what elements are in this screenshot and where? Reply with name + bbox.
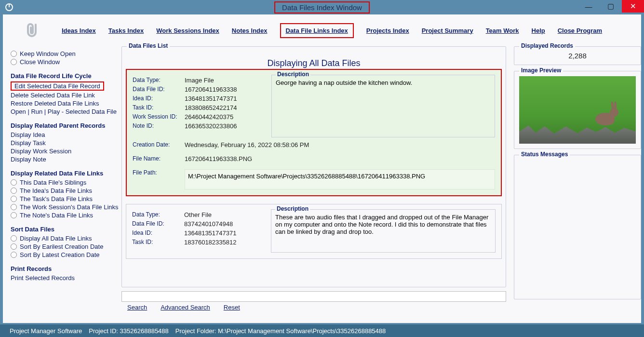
label-creation: Creation Date: — [133, 141, 185, 148]
svg-rect-1 — [9, 4, 10, 7]
nav-project-summary[interactable]: Project Summary — [422, 27, 473, 34]
label-note-id: Note ID: — [133, 122, 185, 130]
value-ws-id: 26460442420375 — [185, 113, 233, 121]
search-bar: Search Advanced Search Reset — [121, 291, 506, 311]
records-scroll[interactable]: Data Type:Image File Data File ID:167206… — [126, 69, 502, 283]
link-print-selected[interactable]: Print Selected Records — [11, 274, 121, 282]
status-messages-box: Status Messages — [514, 155, 641, 299]
value-creation: Wednesday, February 16, 2022 08:58:06 PM — [185, 141, 495, 148]
radio-label: The Idea's Data File Links — [20, 187, 92, 194]
link-delete-data-file[interactable]: Delete Selected Data File Link — [11, 92, 121, 99]
data-files-list-fieldset: Data Files List Displaying All Data File… — [121, 46, 506, 287]
radio-icon — [11, 59, 17, 65]
link-restore-data-file[interactable]: Restore Deleted Data File Links — [11, 100, 121, 107]
label-data-file-id: Data File ID: — [133, 86, 185, 93]
radio-icon — [11, 243, 17, 250]
value-file-name: 167206411963338.PNG — [185, 155, 495, 162]
radio-keep-window-open[interactable]: Keep Window Open — [11, 50, 121, 57]
radio-label: The Work Session's Data File Links — [20, 203, 119, 211]
radio-icon — [11, 235, 17, 242]
nav-data-file-links-index-highlight: Data File Links Index — [280, 23, 354, 38]
search-input[interactable] — [121, 291, 506, 302]
window-controls: — ▢ ✕ — [577, 0, 644, 13]
data-file-record[interactable]: Data Type:Image File Data File ID:167206… — [126, 69, 502, 196]
radio-label: Display All Data File Links — [20, 235, 92, 242]
radio-sort-latest[interactable]: Sort By Latest Creation Date — [11, 251, 121, 258]
center-area: Data Files List Displaying All Data File… — [121, 46, 510, 323]
sidebar-head-lifecycle: Data File Record Life Cycle — [11, 72, 121, 80]
link-display-idea[interactable]: Display Idea — [11, 131, 121, 138]
radio-ws-links[interactable]: The Work Session's Data File Links — [11, 203, 121, 211]
description-text: George having a nap outside the kitchen … — [276, 79, 491, 86]
description-box: Description These are two audio files th… — [271, 209, 496, 253]
nav-data-file-links-index[interactable]: Data File Links Index — [286, 27, 348, 34]
status-messages-legend: Status Messages — [519, 151, 570, 158]
statusbar-app-name: Project Manager Software — [10, 327, 82, 335]
statusbar-project-id: Project ID: 33526268885488 — [89, 327, 169, 335]
sidebar-head-parent: Display Related Parent Records — [11, 122, 121, 129]
link-display-work-session[interactable]: Display Work Session — [11, 148, 121, 155]
displayed-records-box: Displayed Records 2,288 — [514, 46, 641, 65]
radio-icon — [11, 204, 17, 210]
label-task-id: Task ID: — [132, 239, 184, 246]
value-data-file-id: 83742401074948 — [184, 220, 233, 228]
nav-work-sessions-index[interactable]: Work Sessions Index — [156, 27, 219, 34]
radio-label: Close Window — [20, 58, 60, 66]
file-path-box: M:\Project Management Software\Projects\… — [185, 169, 495, 189]
sidebar: Keep Window Open Close Window Data File … — [11, 46, 121, 323]
radio-icon — [11, 196, 17, 202]
radio-close-window[interactable]: Close Window — [11, 58, 121, 66]
radio-label: This Data File's Siblings — [20, 179, 86, 186]
link-edit-data-file[interactable]: Edit Selected Data File Record — [14, 82, 100, 90]
radio-note-links[interactable]: The Note's Data File Links — [11, 212, 121, 219]
nav-help[interactable]: Help — [532, 27, 545, 34]
link-open-run-play[interactable]: Open | Run | Play - Selected Data File — [11, 108, 121, 115]
label-task-id: Task ID: — [133, 104, 185, 111]
nav-team-work[interactable]: Team Work — [486, 27, 519, 34]
radio-icon — [11, 188, 17, 194]
paperclip-icon — [20, 19, 43, 42]
description-legend: Description — [275, 205, 310, 212]
nav-projects-index[interactable]: Projects Index — [366, 27, 409, 34]
value-data-file-id: 167206411963338 — [185, 86, 237, 93]
nav-ideas-index[interactable]: Ideas Index — [62, 27, 96, 34]
window-title: Data Files Index Window — [274, 1, 370, 13]
displayed-records-legend: Displayed Records — [519, 42, 575, 49]
statusbar: Project Manager Software Project ID: 335… — [0, 324, 644, 337]
label-ws-id: Work Session ID: — [133, 113, 185, 121]
label-idea-id: Idea ID: — [132, 229, 184, 237]
close-button[interactable]: ✕ — [622, 0, 644, 13]
advanced-search-link[interactable]: Advanced Search — [161, 304, 210, 311]
data-file-record[interactable]: Data Type:Other File Data File ID:837424… — [126, 204, 502, 259]
description-text: These are two audio files that I dragged… — [275, 214, 491, 235]
radio-icon — [11, 51, 17, 57]
radio-sort-earliest[interactable]: Sort By Earilest Creation Date — [11, 243, 121, 250]
nav-tasks-index[interactable]: Tasks Index — [108, 27, 144, 34]
sidebar-head-sort: Sort Data Files — [11, 226, 121, 233]
radio-siblings[interactable]: This Data File's Siblings — [11, 179, 121, 186]
radio-sort-all[interactable]: Display All Data File Links — [11, 235, 121, 242]
link-display-task[interactable]: Display Task — [11, 139, 121, 147]
maximize-button[interactable]: ▢ — [600, 0, 622, 13]
radio-idea-links[interactable]: The Idea's Data File Links — [11, 187, 121, 194]
displayed-records-count: 2,288 — [519, 52, 636, 60]
minimize-button[interactable]: — — [577, 0, 600, 13]
search-link[interactable]: Search — [127, 304, 147, 311]
radio-label: Keep Window Open — [20, 50, 76, 57]
radio-label: The Task's Data File Links — [20, 195, 93, 202]
radio-task-links[interactable]: The Task's Data File Links — [11, 195, 121, 202]
highlight-edit-selected: Edit Selected Data File Record — [11, 81, 104, 91]
value-data-type: Image File — [185, 77, 214, 84]
link-display-note[interactable]: Display Note — [11, 156, 121, 163]
radio-icon — [11, 252, 17, 258]
description-box: Description George having a nap outside … — [271, 75, 495, 137]
reset-link[interactable]: Reset — [224, 304, 240, 311]
right-column: Displayed Records 2,288 Image Preview St… — [510, 46, 641, 323]
nav-close-program[interactable]: Close Program — [558, 27, 602, 34]
label-data-file-id: Data File ID: — [132, 220, 184, 228]
sidebar-head-print: Print Records — [11, 265, 121, 272]
nav-notes-index[interactable]: Notes Index — [232, 27, 268, 34]
image-preview — [519, 76, 636, 144]
app-logo-icon — [4, 2, 14, 13]
value-task-id: 183760182335812 — [184, 239, 236, 246]
